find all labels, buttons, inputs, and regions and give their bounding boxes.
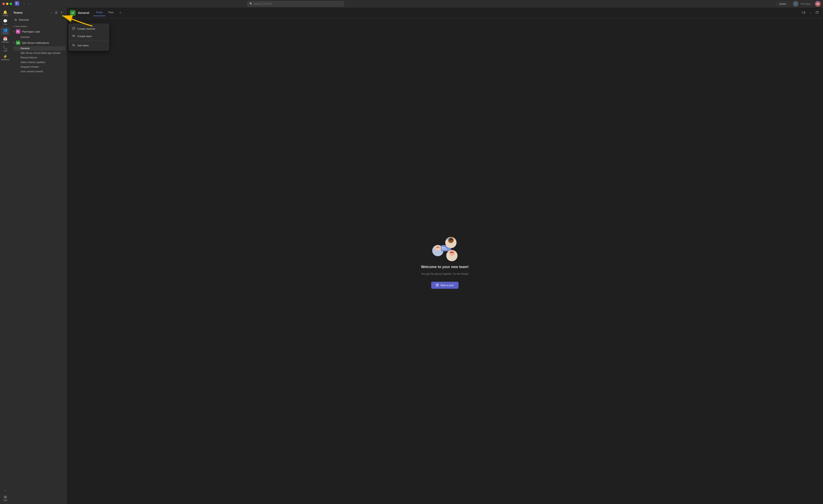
sidebar-item-activity[interactable]: 🔔 Activity xyxy=(1,9,10,18)
channel-qlik-failed-reloads[interactable]: Qlik Sense Cloud failed app reloads xyxy=(13,51,66,55)
channel-qlik-reload-failures[interactable]: Reload failures xyxy=(13,55,66,60)
forward-button[interactable]: › xyxy=(27,2,30,6)
channel-qlik-sales-metrics[interactable]: Sales metrics updates xyxy=(13,60,66,64)
sidebar-icons: 🔔 Activity 💬 Chat 👥 Teams 📅 Calendar 📞 C… xyxy=(0,8,10,504)
sidebar-more-button[interactable]: ··· xyxy=(1,488,10,494)
workflows-icon: ⚡ xyxy=(3,55,7,58)
dropdown-menu: Create channel Create team xyxy=(69,24,109,51)
expand-button[interactable] xyxy=(815,10,820,15)
edit-icon xyxy=(436,284,439,286)
sidebar-item-calendar[interactable]: 📅 Calendar xyxy=(1,36,10,44)
channel-qlik-general[interactable]: General xyxy=(13,46,66,51)
welcome-area: Welcome to your new team! You got the gr… xyxy=(67,18,823,504)
titlebar: T ‹ › 🔍 Update ··· 👤 Ptarmigan ... GS xyxy=(0,0,823,8)
update-button[interactable]: Update ··· xyxy=(777,2,791,6)
discover-item[interactable]: ⊞ Discover xyxy=(12,17,65,23)
channel-team-badge: QS xyxy=(70,10,75,16)
back-button[interactable]: ‹ xyxy=(22,2,26,6)
ptarmigan-channels: General xyxy=(10,35,66,39)
nav-arrows: ‹ › xyxy=(22,2,30,6)
channel-name: General xyxy=(78,11,89,14)
sidebar-item-workflows[interactable]: ⚡ Workflows xyxy=(1,53,10,62)
dropdown-create-channel[interactable]: Create channel xyxy=(69,25,109,32)
teams-logo-icon: T xyxy=(15,1,19,6)
create-channel-label: Create channel xyxy=(77,27,95,30)
welcome-illustration xyxy=(429,234,461,262)
apps-icon: ⊞ xyxy=(4,495,7,499)
team-header-qlik[interactable]: ▾ QS Qlik Sense notifications xyxy=(11,40,66,46)
team-item-ptarmigan[interactable]: ▾ PL Ptarmigan Labs General xyxy=(10,28,66,39)
sidebar-item-chat[interactable]: 💬 Chat xyxy=(1,18,10,26)
teams-options-button[interactable]: ··· xyxy=(49,10,53,15)
minimize-button[interactable] xyxy=(6,3,8,5)
search-input[interactable] xyxy=(254,2,342,5)
calendar-icon: 📅 xyxy=(3,37,7,41)
more-icon: ··· xyxy=(4,489,6,492)
app-body: 🔔 Activity 💬 Chat 👥 Teams 📅 Calendar 📞 C… xyxy=(0,8,823,504)
titlebar-right: Update ··· 👤 Ptarmigan ... GS xyxy=(777,1,821,7)
people-svg xyxy=(429,234,461,262)
tab-add[interactable]: + xyxy=(117,10,124,16)
qlik-channels: General Qlik Sense Cloud failed app relo… xyxy=(10,46,66,74)
traffic-lights xyxy=(2,3,12,5)
svg-rect-12 xyxy=(816,12,818,14)
teams-header: Teams ··· ☰ + xyxy=(10,8,66,17)
team-item-qlik[interactable]: ▾ QS Qlik Sense notifications General Ql… xyxy=(10,40,66,74)
tab-posts[interactable]: Posts xyxy=(93,10,106,16)
ptarmigan-avatar: PL xyxy=(16,29,20,34)
your-teams-label: ▾ Your teams xyxy=(10,24,66,28)
channel-qlik-user-sessions[interactable]: User session events xyxy=(13,69,66,74)
user-avatar-gs[interactable]: GS xyxy=(815,1,821,7)
channel-tabs: Posts Files + xyxy=(93,10,124,16)
svg-rect-2 xyxy=(72,27,74,29)
svg-point-21 xyxy=(447,238,449,240)
qlik-team-name: Qlik Sense notifications xyxy=(22,41,49,44)
maximize-button[interactable] xyxy=(10,3,12,5)
username-label: Ptarmigan ... xyxy=(801,3,813,5)
team-header-ptarmigan[interactable]: ▾ PL Ptarmigan Labs xyxy=(11,28,66,35)
channel-header-right: ··· xyxy=(801,10,820,15)
user-avatar-icon: 👤 xyxy=(794,3,797,5)
sidebar-label-activity: Activity xyxy=(2,14,8,16)
ptarmigan-chevron-icon: ▾ xyxy=(13,30,14,33)
tab-files[interactable]: Files xyxy=(105,10,116,16)
video-call-button[interactable] xyxy=(801,10,807,15)
create-team-icon xyxy=(72,34,75,38)
create-team-label: Create team xyxy=(77,35,92,38)
teams-icon: 👥 xyxy=(3,28,7,32)
start-post-button[interactable]: Start a post xyxy=(431,282,459,289)
welcome-title: Welcome to your new team! xyxy=(421,265,469,269)
channel-qlik-stopped-reloads[interactable]: Stopped reloads xyxy=(13,65,66,69)
qlik-chevron-icon: ▾ xyxy=(13,42,14,44)
search-bar[interactable]: 🔍 xyxy=(248,1,344,6)
create-channel-icon xyxy=(72,27,75,31)
sidebar-label-workflows: Workflows xyxy=(1,59,9,61)
sidebar-item-apps[interactable]: ⊞ Apps xyxy=(1,494,10,502)
activity-icon: 🔔 xyxy=(3,10,7,14)
channel-header: QS General Posts Files + ··· xyxy=(67,8,823,18)
start-post-label: Start a post xyxy=(441,284,454,287)
svg-point-5 xyxy=(73,35,74,36)
teams-panel-title: Teams xyxy=(13,11,47,14)
sidebar-item-teams[interactable]: 👥 Teams xyxy=(1,27,10,35)
sidebar-label-calendar: Calendar xyxy=(2,41,9,43)
sidebar-label-chat: Chat xyxy=(3,23,7,25)
teams-header-icons: ··· ☰ + xyxy=(49,10,64,15)
dropdown-create-team[interactable]: Create team xyxy=(69,32,109,40)
svg-rect-11 xyxy=(802,11,804,14)
sidebar-label-teams: Teams xyxy=(3,32,8,34)
qlik-avatar: QS xyxy=(16,41,20,45)
teams-filter-button[interactable]: ☰ xyxy=(54,10,59,15)
sidebar-label-calls: Calls xyxy=(3,50,7,52)
close-button[interactable] xyxy=(2,3,5,5)
user-avatar-ptarmigan[interactable]: 👤 xyxy=(793,1,799,7)
teams-add-button[interactable]: + xyxy=(59,10,64,15)
teams-panel: Teams ··· ☰ + ⊞ Discover ▾ Your teams ▾ … xyxy=(10,8,67,504)
sidebar-item-calls[interactable]: 📞 Calls xyxy=(1,45,10,53)
chat-icon: 💬 xyxy=(3,19,7,23)
channel-more-button[interactable]: ··· xyxy=(808,10,813,15)
dropdown-join-team[interactable]: Join team xyxy=(69,42,109,49)
chevron-down-icon: ▾ xyxy=(13,25,14,27)
ptarmigan-team-name: Ptarmigan Labs xyxy=(22,30,40,33)
channel-ptarmigan-general[interactable]: General xyxy=(13,35,66,39)
